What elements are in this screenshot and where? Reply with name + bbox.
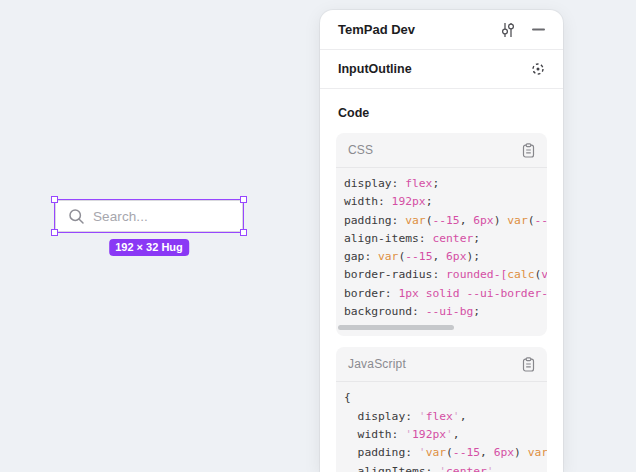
search-placeholder: Search... <box>93 209 148 224</box>
code-section: Code CSS display: flex;width: 192px;padd… <box>320 89 563 472</box>
search-input[interactable]: Search... <box>55 200 243 232</box>
javascript-code-header: JavaScript <box>336 347 547 382</box>
minimize-icon[interactable] <box>532 28 545 31</box>
design-canvas[interactable]: Search... 192 × 32 Hug TemPad Dev <box>0 0 636 472</box>
selected-input-component[interactable]: Search... 192 × 32 Hug <box>55 200 243 232</box>
javascript-code-block: JavaScript { display: 'flex', width: '19… <box>336 347 547 472</box>
sliders-icon[interactable] <box>501 22 515 38</box>
clipboard-copy-icon[interactable] <box>522 143 535 158</box>
crosshair-target-icon[interactable] <box>531 62 545 76</box>
code-block-label: CSS <box>348 143 522 157</box>
code-block-label: JavaScript <box>348 357 522 371</box>
clipboard-copy-icon[interactable] <box>522 357 535 372</box>
css-code-content: display: flex;width: 192px;padding: var(… <box>336 168 547 323</box>
horizontal-scrollbar[interactable] <box>338 325 454 330</box>
selection-handle-top-left[interactable] <box>51 196 58 203</box>
css-code-block: CSS display: flex;width: 192px;padding: … <box>336 133 547 336</box>
code-section-title: Code <box>338 105 545 121</box>
size-badge: 192 × 32 Hug <box>109 239 189 256</box>
selected-node-name: InputOutline <box>338 62 531 76</box>
panel-header: TemPad Dev <box>320 10 563 50</box>
css-code-header: CSS <box>336 133 547 168</box>
tempad-dev-plugin-panel: TemPad Dev InputOutline <box>320 10 563 472</box>
panel-title: TemPad Dev <box>338 22 501 37</box>
javascript-code-content: { display: 'flex', width: '192px', paddi… <box>336 382 547 472</box>
selected-node-row: InputOutline <box>320 50 563 89</box>
selection-handle-top-right[interactable] <box>240 196 247 203</box>
selection-handle-bottom-right[interactable] <box>240 229 247 236</box>
magnifier-icon <box>68 208 85 225</box>
selection-handle-bottom-left[interactable] <box>51 229 58 236</box>
